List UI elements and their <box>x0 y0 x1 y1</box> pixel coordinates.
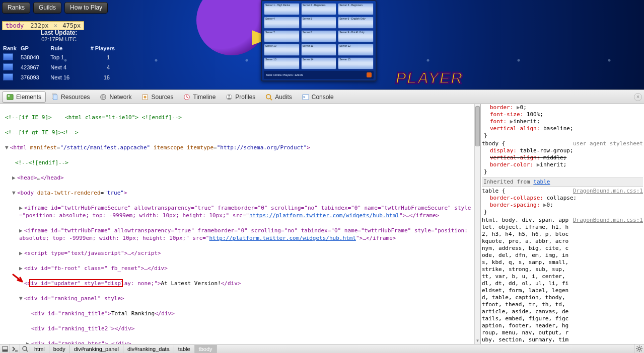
crumb[interactable]: body <box>49 345 70 353</box>
col-players: # Players <box>79 44 117 52</box>
css-selector[interactable]: table { <box>482 188 505 195</box>
tab-elements[interactable]: Elements <box>2 92 46 103</box>
tab-audits[interactable]: Audits <box>261 92 296 103</box>
expand-icon[interactable]: ▶ <box>543 202 547 208</box>
tab-sources[interactable]: Sources <box>137 92 178 103</box>
howtoplay-button[interactable]: How to Play <box>64 2 108 14</box>
server-tile[interactable]: Server 12 <box>338 44 374 56</box>
tab-resources[interactable]: Resources <box>47 92 94 103</box>
dock-button[interactable] <box>0 344 10 353</box>
stylesheet-source: user agent stylesheet <box>573 140 643 147</box>
expand-toggle[interactable]: ▶ <box>19 264 24 272</box>
stylesheet-source[interactable]: DragonBound.min.css:1 <box>573 188 643 195</box>
server-tile[interactable]: Server 2 - Beginners <box>301 3 337 15</box>
crumb-active[interactable]: tbody <box>195 345 217 353</box>
tab-label: Elements <box>16 94 41 101</box>
svg-line-12 <box>270 98 272 100</box>
styles-panel[interactable]: border: ▶0; font-size: 100%; font: ▶inhe… <box>481 104 644 344</box>
player-logo: PLAYER <box>396 69 463 87</box>
expand-toggle[interactable]: ▶ <box>26 340 31 344</box>
dom-node[interactable]: <div id="ranking_panel" style> <box>24 295 124 302</box>
server-tile[interactable]: Server 4 <box>264 17 300 29</box>
svg-line-24 <box>637 346 638 347</box>
expand-toggle[interactable]: ▶ <box>19 249 24 257</box>
guilds-button[interactable]: Guilds <box>33 2 61 14</box>
expand-toggle[interactable]: ▼ <box>12 189 17 197</box>
scroll-thumb[interactable] <box>475 106 480 146</box>
cell-players: 1 <box>79 52 117 62</box>
svg-rect-15 <box>3 349 8 351</box>
expand-toggle[interactable]: ▼ <box>19 295 24 302</box>
devtools: Elements Resources Network Sources Timel… <box>0 90 644 353</box>
expand-toggle[interactable]: ▶ <box>19 204 24 212</box>
css-selector[interactable]: html, body, div, span, applet, object, i… <box>482 217 570 344</box>
css-selector[interactable]: tbody { <box>482 140 505 147</box>
expand-icon[interactable]: ▶ <box>517 104 520 111</box>
crumb[interactable]: div#ranking_panel <box>70 345 123 353</box>
cell-gp: 538040 <box>19 52 48 62</box>
crumb[interactable]: table <box>174 345 195 353</box>
rank-icon <box>3 53 13 60</box>
expand-toggle[interactable]: ▼ <box>5 144 10 151</box>
dom-node[interactable]: <!--[if IE 9]> <html class="lt-ie10"> <!… <box>5 114 182 121</box>
devtools-main: <!--[if IE 9]> <html class="lt-ie10"> <!… <box>0 104 644 344</box>
tab-label: Console <box>312 94 334 101</box>
server-tile[interactable]: Server 1 - High Ranks <box>264 3 300 15</box>
crumb[interactable]: html <box>30 345 49 353</box>
stylesheet-source[interactable]: DragonBound.min.css:1 <box>573 217 643 224</box>
server-tile[interactable]: Server 14 <box>301 57 337 69</box>
col-rule: Rule <box>48 44 79 52</box>
scroll-down-icon[interactable]: ▼ <box>475 338 480 344</box>
dom-node[interactable]: <div id="ranking_title2"></div> <box>31 325 134 332</box>
server-tile[interactable]: Server 5 <box>301 17 337 29</box>
settings-button[interactable] <box>634 344 644 353</box>
ranking-subtitle: 02:17PM UTC <box>1 36 117 42</box>
dom-tree-panel: <!--[if IE 9]> <html class="lt-ie10"> <!… <box>0 104 481 344</box>
pin-icon[interactable] <box>367 72 372 77</box>
server-tile[interactable]: Server 15 <box>338 57 374 69</box>
ranks-button[interactable]: Ranks <box>2 2 30 14</box>
server-tile[interactable]: Server 7 <box>264 30 300 42</box>
dom-scrollbar[interactable]: ▲ ▼ <box>474 104 480 344</box>
inherited-link[interactable]: table <box>533 179 550 185</box>
tab-timeline[interactable]: Timeline <box>179 92 220 103</box>
dom-node[interactable]: <div id="fb-root" class=" fb_reset">…</d… <box>24 265 168 272</box>
cell-rule: Next 4 <box>48 62 79 72</box>
dom-node[interactable]: <!--[if gt IE 9]><!--> <box>5 129 79 136</box>
server-tile[interactable]: Server 11 <box>301 44 337 56</box>
svg-point-11 <box>266 94 271 99</box>
tooltip-tag: tbody <box>6 22 24 29</box>
game-area: Ranks Guilds How to Play tbody 232px × 4… <box>0 0 644 90</box>
tab-label: Network <box>109 94 131 101</box>
cell-rule: Top 1 <box>48 52 79 62</box>
console-toggle-button[interactable] <box>10 344 20 353</box>
crumb[interactable]: div#ranking_data <box>123 345 174 353</box>
tab-profiles[interactable]: Profiles <box>221 92 260 103</box>
expand-toggle[interactable]: ▶ <box>12 174 17 182</box>
server-tile[interactable]: Server 10 <box>264 44 300 56</box>
sources-icon <box>141 94 149 101</box>
svg-rect-0 <box>7 94 13 100</box>
cell-gp: 376093 <box>19 72 48 82</box>
tab-console[interactable]: Console <box>298 92 338 103</box>
server-footer: Total Online Players: 12106 <box>264 71 374 79</box>
server-tile[interactable]: Server 9 - Bot #1 Only <box>338 30 374 42</box>
svg-line-18 <box>26 350 28 351</box>
tab-label: Timeline <box>193 94 216 101</box>
table-row: 376093 Next 16 16 <box>1 72 117 82</box>
server-tile[interactable]: Server 8 <box>301 30 337 42</box>
cell-gp: 423967 <box>19 62 48 72</box>
dom-node[interactable]: <!--<![endif]--> <box>15 159 68 166</box>
tab-network[interactable]: Network <box>95 92 136 103</box>
expand-toggle[interactable]: ▶ <box>19 227 24 234</box>
inspect-button[interactable] <box>20 344 30 353</box>
devtools-close-button[interactable]: × <box>634 93 642 101</box>
server-tile[interactable]: Server 13 <box>264 57 300 69</box>
online-count: Total Online Players: 12106 <box>266 73 303 76</box>
dom-node[interactable]: <div id="ranking_btns">…</div> <box>31 340 131 344</box>
dom-tree[interactable]: <!--[if IE 9]> <html class="lt-ie10"> <!… <box>0 104 474 344</box>
server-tile[interactable]: Server 6 - English Only <box>338 17 374 29</box>
server-tile[interactable]: Server 3 - Beginners <box>338 3 374 15</box>
gear-icon <box>636 345 642 352</box>
tooltip-w: 232px <box>30 22 48 29</box>
